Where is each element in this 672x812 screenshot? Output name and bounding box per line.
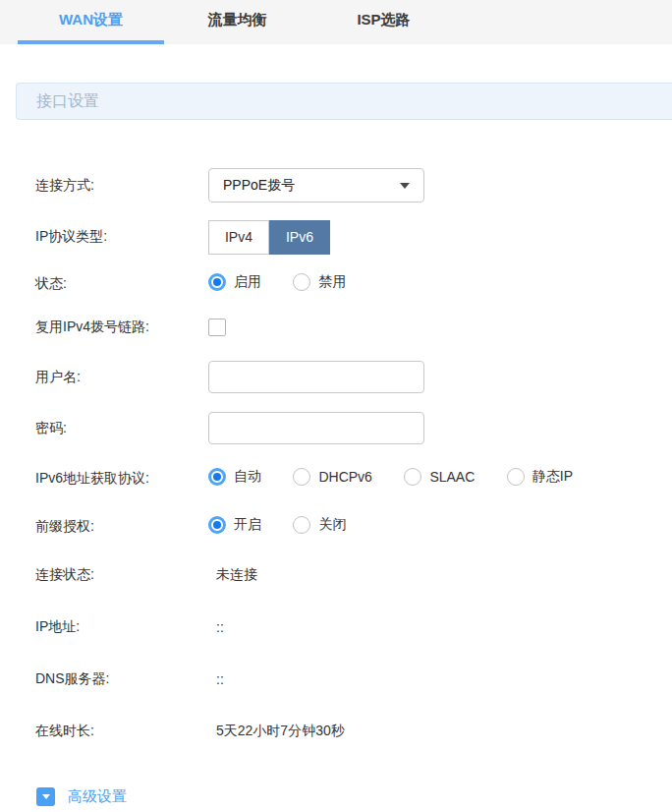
- advanced-settings-label: 高级设置: [68, 787, 127, 806]
- row-dns-server: DNS服务器: ::: [35, 670, 672, 688]
- connection-type-select[interactable]: PPPoE拨号: [208, 168, 424, 203]
- status-radio-group: 启用 禁用: [208, 273, 373, 295]
- radio-label: DHCPv6: [318, 469, 371, 485]
- radio-status-enable[interactable]: 启用: [208, 273, 261, 291]
- row-username: 用户名:: [35, 361, 672, 393]
- ip-protocol-segmented: IPv4 IPv6: [208, 220, 330, 255]
- tab-isp-routing[interactable]: ISP选路: [310, 0, 457, 44]
- radio-status-disable[interactable]: 禁用: [293, 273, 346, 291]
- row-ip-protocol: IP协议类型: IPv4 IPv6: [35, 219, 672, 255]
- tab-load-balancing[interactable]: 流量均衡: [164, 0, 310, 44]
- chevron-down-icon: [400, 183, 410, 189]
- radio-selected-icon: [208, 273, 226, 291]
- connection-type-value: PPPoE拨号: [223, 177, 295, 195]
- prefix-delegation-label: 前缀授权:: [35, 518, 208, 536]
- radio-prefix-on[interactable]: 开启: [208, 516, 261, 534]
- row-ip-address: IP地址: ::: [35, 618, 672, 636]
- prefix-delegation-radio-group: 开启 关闭: [208, 516, 373, 538]
- ip-address-value: ::: [208, 619, 224, 635]
- row-prefix-delegation: 前缀授权: 开启 关闭: [35, 516, 672, 538]
- online-time-label: 在线时长:: [35, 723, 208, 740]
- radio-label: 禁用: [318, 273, 346, 291]
- radio-label: 开启: [234, 516, 261, 534]
- ip-protocol-label: IP协议类型:: [35, 228, 208, 246]
- advanced-settings-toggle[interactable]: 高级设置: [36, 787, 127, 812]
- tab-wan-settings[interactable]: WAN设置: [18, 0, 164, 44]
- connection-status-label: 连接状态:: [35, 566, 208, 584]
- radio-label: 关闭: [318, 516, 346, 534]
- row-reuse-ipv4-link: 复用IPv4拨号链路:: [35, 319, 672, 336]
- password-field[interactable]: [208, 412, 424, 444]
- section-title-interface-settings: 接口设置: [16, 83, 672, 120]
- row-password: 密码:: [35, 412, 672, 444]
- ipv4-button[interactable]: IPv4: [208, 220, 269, 255]
- row-connection-type: 连接方式: PPPoE拨号: [35, 168, 672, 203]
- radio-prefix-off[interactable]: 关闭: [293, 516, 346, 534]
- radio-unselected-icon: [404, 468, 421, 486]
- radio-unselected-icon: [507, 468, 525, 486]
- radio-slaac[interactable]: SLAAC: [404, 468, 475, 486]
- radio-unselected-icon: [293, 273, 310, 291]
- connection-type-label: 连接方式:: [35, 177, 208, 195]
- chevron-down-square-icon: [36, 787, 55, 806]
- row-online-time: 在线时长: 5天22小时7分钟30秒: [35, 723, 672, 740]
- wan-settings-form: 连接方式: PPPoE拨号 IP协议类型: IPv4 IPv6 状态: 启用 禁…: [0, 168, 672, 740]
- reuse-ipv4-link-label: 复用IPv4拨号链路:: [35, 319, 208, 336]
- username-label: 用户名:: [35, 369, 208, 386]
- tab-bar: WAN设置 流量均衡 ISP选路: [0, 0, 672, 44]
- radio-auto[interactable]: 自动: [208, 468, 261, 486]
- connection-status-value: 未连接: [208, 566, 257, 584]
- reuse-ipv4-link-checkbox[interactable]: [208, 319, 226, 336]
- username-field[interactable]: [208, 361, 424, 393]
- radio-label: 静态IP: [532, 468, 573, 486]
- dns-server-value: ::: [208, 671, 224, 687]
- radio-selected-icon: [208, 468, 226, 486]
- radio-unselected-icon: [293, 516, 310, 534]
- radio-label: SLAAC: [429, 469, 475, 485]
- ipv6-button[interactable]: IPv6: [269, 220, 330, 255]
- password-label: 密码:: [35, 420, 208, 437]
- radio-selected-icon: [208, 516, 226, 534]
- radio-label: 启用: [234, 273, 261, 291]
- online-time-value: 5天22小时7分钟30秒: [208, 723, 345, 740]
- radio-unselected-icon: [293, 468, 310, 486]
- radio-dhcpv6[interactable]: DHCPv6: [293, 468, 371, 486]
- ip-address-label: IP地址:: [35, 618, 208, 636]
- status-label: 状态:: [35, 275, 208, 293]
- ipv6-address-protocol-radio-group: 自动 DHCPv6 SLAAC 静态IP: [208, 468, 600, 490]
- ipv6-address-protocol-label: IPv6地址获取协议:: [35, 470, 208, 488]
- row-ipv6-address-protocol: IPv6地址获取协议: 自动 DHCPv6 SLAAC 静态IP: [35, 468, 672, 490]
- row-connection-status: 连接状态: 未连接: [35, 566, 672, 584]
- radio-label: 自动: [234, 468, 261, 486]
- radio-static-ip[interactable]: 静态IP: [507, 468, 573, 486]
- row-status: 状态: 启用 禁用: [35, 273, 672, 295]
- dns-server-label: DNS服务器:: [35, 670, 208, 688]
